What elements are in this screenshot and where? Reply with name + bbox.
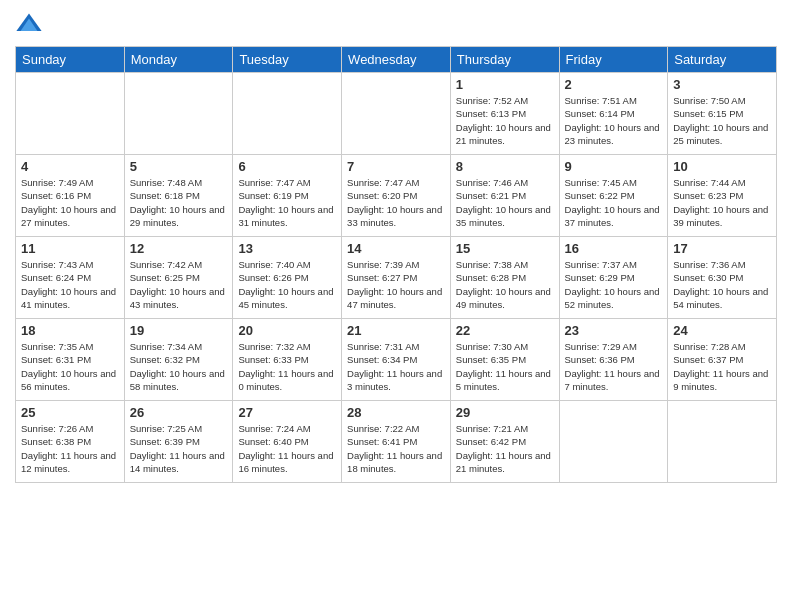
day-info: Sunrise: 7:42 AM Sunset: 6:25 PM Dayligh… xyxy=(130,258,228,311)
day-number: 24 xyxy=(673,323,771,338)
calendar-cell: 8 Sunrise: 7:46 AM Sunset: 6:21 PM Dayli… xyxy=(450,155,559,237)
calendar-cell: 9 Sunrise: 7:45 AM Sunset: 6:22 PM Dayli… xyxy=(559,155,668,237)
calendar-cell: 7 Sunrise: 7:47 AM Sunset: 6:20 PM Dayli… xyxy=(342,155,451,237)
day-info: Sunrise: 7:24 AM Sunset: 6:40 PM Dayligh… xyxy=(238,422,336,475)
day-number: 5 xyxy=(130,159,228,174)
day-info: Sunrise: 7:46 AM Sunset: 6:21 PM Dayligh… xyxy=(456,176,554,229)
day-number: 23 xyxy=(565,323,663,338)
header xyxy=(15,10,777,38)
calendar-cell: 14 Sunrise: 7:39 AM Sunset: 6:27 PM Dayl… xyxy=(342,237,451,319)
day-info: Sunrise: 7:34 AM Sunset: 6:32 PM Dayligh… xyxy=(130,340,228,393)
logo xyxy=(15,10,47,38)
day-info: Sunrise: 7:30 AM Sunset: 6:35 PM Dayligh… xyxy=(456,340,554,393)
day-number: 1 xyxy=(456,77,554,92)
day-number: 12 xyxy=(130,241,228,256)
day-info: Sunrise: 7:40 AM Sunset: 6:26 PM Dayligh… xyxy=(238,258,336,311)
day-info: Sunrise: 7:47 AM Sunset: 6:20 PM Dayligh… xyxy=(347,176,445,229)
day-number: 4 xyxy=(21,159,119,174)
day-number: 10 xyxy=(673,159,771,174)
calendar-cell: 19 Sunrise: 7:34 AM Sunset: 6:32 PM Dayl… xyxy=(124,319,233,401)
day-number: 3 xyxy=(673,77,771,92)
calendar-cell: 6 Sunrise: 7:47 AM Sunset: 6:19 PM Dayli… xyxy=(233,155,342,237)
calendar-cell: 15 Sunrise: 7:38 AM Sunset: 6:28 PM Dayl… xyxy=(450,237,559,319)
day-info: Sunrise: 7:49 AM Sunset: 6:16 PM Dayligh… xyxy=(21,176,119,229)
calendar-cell xyxy=(668,401,777,483)
day-info: Sunrise: 7:39 AM Sunset: 6:27 PM Dayligh… xyxy=(347,258,445,311)
day-number: 7 xyxy=(347,159,445,174)
calendar-cell: 17 Sunrise: 7:36 AM Sunset: 6:30 PM Dayl… xyxy=(668,237,777,319)
day-info: Sunrise: 7:38 AM Sunset: 6:28 PM Dayligh… xyxy=(456,258,554,311)
calendar-cell: 1 Sunrise: 7:52 AM Sunset: 6:13 PM Dayli… xyxy=(450,73,559,155)
page: SundayMondayTuesdayWednesdayThursdayFrid… xyxy=(0,0,792,612)
day-number: 9 xyxy=(565,159,663,174)
calendar-cell: 18 Sunrise: 7:35 AM Sunset: 6:31 PM Dayl… xyxy=(16,319,125,401)
day-number: 16 xyxy=(565,241,663,256)
week-row-1: 4 Sunrise: 7:49 AM Sunset: 6:16 PM Dayli… xyxy=(16,155,777,237)
day-info: Sunrise: 7:45 AM Sunset: 6:22 PM Dayligh… xyxy=(565,176,663,229)
day-info: Sunrise: 7:36 AM Sunset: 6:30 PM Dayligh… xyxy=(673,258,771,311)
day-info: Sunrise: 7:37 AM Sunset: 6:29 PM Dayligh… xyxy=(565,258,663,311)
day-info: Sunrise: 7:32 AM Sunset: 6:33 PM Dayligh… xyxy=(238,340,336,393)
day-info: Sunrise: 7:44 AM Sunset: 6:23 PM Dayligh… xyxy=(673,176,771,229)
day-number: 11 xyxy=(21,241,119,256)
day-info: Sunrise: 7:52 AM Sunset: 6:13 PM Dayligh… xyxy=(456,94,554,147)
weekday-header-tuesday: Tuesday xyxy=(233,47,342,73)
day-info: Sunrise: 7:50 AM Sunset: 6:15 PM Dayligh… xyxy=(673,94,771,147)
day-number: 29 xyxy=(456,405,554,420)
calendar-cell: 28 Sunrise: 7:22 AM Sunset: 6:41 PM Dayl… xyxy=(342,401,451,483)
day-number: 22 xyxy=(456,323,554,338)
day-number: 26 xyxy=(130,405,228,420)
calendar-cell: 3 Sunrise: 7:50 AM Sunset: 6:15 PM Dayli… xyxy=(668,73,777,155)
calendar-cell xyxy=(342,73,451,155)
weekday-header-monday: Monday xyxy=(124,47,233,73)
calendar-cell: 29 Sunrise: 7:21 AM Sunset: 6:42 PM Dayl… xyxy=(450,401,559,483)
day-number: 8 xyxy=(456,159,554,174)
day-info: Sunrise: 7:21 AM Sunset: 6:42 PM Dayligh… xyxy=(456,422,554,475)
calendar-cell: 26 Sunrise: 7:25 AM Sunset: 6:39 PM Dayl… xyxy=(124,401,233,483)
day-info: Sunrise: 7:22 AM Sunset: 6:41 PM Dayligh… xyxy=(347,422,445,475)
day-number: 13 xyxy=(238,241,336,256)
calendar-cell: 21 Sunrise: 7:31 AM Sunset: 6:34 PM Dayl… xyxy=(342,319,451,401)
day-number: 14 xyxy=(347,241,445,256)
calendar-cell xyxy=(124,73,233,155)
calendar-cell: 20 Sunrise: 7:32 AM Sunset: 6:33 PM Dayl… xyxy=(233,319,342,401)
day-info: Sunrise: 7:47 AM Sunset: 6:19 PM Dayligh… xyxy=(238,176,336,229)
weekday-header-wednesday: Wednesday xyxy=(342,47,451,73)
calendar-cell: 25 Sunrise: 7:26 AM Sunset: 6:38 PM Dayl… xyxy=(16,401,125,483)
weekday-header-friday: Friday xyxy=(559,47,668,73)
calendar-cell xyxy=(233,73,342,155)
day-info: Sunrise: 7:26 AM Sunset: 6:38 PM Dayligh… xyxy=(21,422,119,475)
day-number: 20 xyxy=(238,323,336,338)
day-number: 15 xyxy=(456,241,554,256)
day-info: Sunrise: 7:35 AM Sunset: 6:31 PM Dayligh… xyxy=(21,340,119,393)
weekday-header-saturday: Saturday xyxy=(668,47,777,73)
calendar-cell: 13 Sunrise: 7:40 AM Sunset: 6:26 PM Dayl… xyxy=(233,237,342,319)
week-row-3: 18 Sunrise: 7:35 AM Sunset: 6:31 PM Dayl… xyxy=(16,319,777,401)
calendar-cell: 5 Sunrise: 7:48 AM Sunset: 6:18 PM Dayli… xyxy=(124,155,233,237)
weekday-header-sunday: Sunday xyxy=(16,47,125,73)
day-info: Sunrise: 7:43 AM Sunset: 6:24 PM Dayligh… xyxy=(21,258,119,311)
logo-icon xyxy=(15,10,43,38)
calendar-cell: 23 Sunrise: 7:29 AM Sunset: 6:36 PM Dayl… xyxy=(559,319,668,401)
day-info: Sunrise: 7:51 AM Sunset: 6:14 PM Dayligh… xyxy=(565,94,663,147)
calendar-cell: 2 Sunrise: 7:51 AM Sunset: 6:14 PM Dayli… xyxy=(559,73,668,155)
day-info: Sunrise: 7:31 AM Sunset: 6:34 PM Dayligh… xyxy=(347,340,445,393)
day-number: 6 xyxy=(238,159,336,174)
calendar-cell: 11 Sunrise: 7:43 AM Sunset: 6:24 PM Dayl… xyxy=(16,237,125,319)
day-number: 27 xyxy=(238,405,336,420)
day-number: 2 xyxy=(565,77,663,92)
day-number: 17 xyxy=(673,241,771,256)
week-row-0: 1 Sunrise: 7:52 AM Sunset: 6:13 PM Dayli… xyxy=(16,73,777,155)
calendar-cell: 12 Sunrise: 7:42 AM Sunset: 6:25 PM Dayl… xyxy=(124,237,233,319)
calendar-cell xyxy=(16,73,125,155)
day-number: 28 xyxy=(347,405,445,420)
week-row-2: 11 Sunrise: 7:43 AM Sunset: 6:24 PM Dayl… xyxy=(16,237,777,319)
day-number: 18 xyxy=(21,323,119,338)
day-info: Sunrise: 7:28 AM Sunset: 6:37 PM Dayligh… xyxy=(673,340,771,393)
day-number: 21 xyxy=(347,323,445,338)
day-number: 25 xyxy=(21,405,119,420)
calendar-cell: 22 Sunrise: 7:30 AM Sunset: 6:35 PM Dayl… xyxy=(450,319,559,401)
week-row-4: 25 Sunrise: 7:26 AM Sunset: 6:38 PM Dayl… xyxy=(16,401,777,483)
day-info: Sunrise: 7:48 AM Sunset: 6:18 PM Dayligh… xyxy=(130,176,228,229)
calendar-cell: 16 Sunrise: 7:37 AM Sunset: 6:29 PM Dayl… xyxy=(559,237,668,319)
